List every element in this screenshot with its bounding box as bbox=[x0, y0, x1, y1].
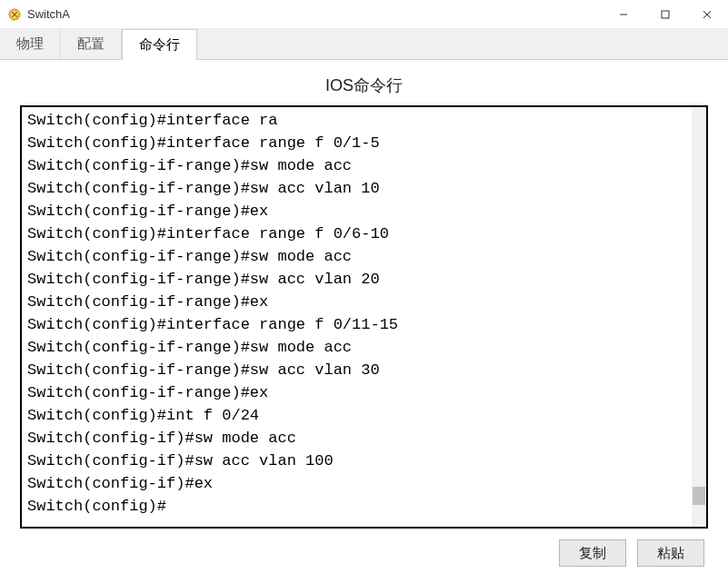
window-controls bbox=[603, 0, 728, 28]
tab-label: 命令行 bbox=[139, 36, 180, 54]
maximize-button[interactable] bbox=[644, 0, 686, 29]
tab-cli[interactable]: 命令行 bbox=[122, 29, 197, 60]
title-bar: SwitchA bbox=[0, 0, 728, 29]
button-label: 粘贴 bbox=[657, 545, 684, 562]
copy-button[interactable]: 复制 bbox=[559, 539, 626, 567]
paste-button[interactable]: 粘贴 bbox=[637, 539, 704, 567]
tab-label: 配置 bbox=[77, 35, 105, 53]
scrollbar-track[interactable] bbox=[692, 107, 706, 527]
section-title: IOS命令行 bbox=[20, 69, 708, 105]
tab-config[interactable]: 配置 bbox=[61, 29, 122, 59]
tab-strip: 物理 配置 命令行 bbox=[0, 29, 728, 60]
terminal-output[interactable]: Switch(config)#interface ra Switch(confi… bbox=[22, 107, 706, 527]
tab-physical[interactable]: 物理 bbox=[0, 29, 61, 59]
button-label: 复制 bbox=[579, 545, 606, 562]
terminal-container: Switch(config)#interface ra Switch(confi… bbox=[20, 105, 708, 529]
scrollbar-thumb[interactable] bbox=[693, 487, 705, 505]
window-title: SwitchA bbox=[27, 7, 70, 21]
tab-label: 物理 bbox=[16, 35, 44, 53]
minimize-button[interactable] bbox=[603, 0, 644, 29]
close-button[interactable] bbox=[686, 0, 728, 29]
app-icon bbox=[7, 7, 22, 22]
button-row: 复制 粘贴 bbox=[20, 539, 708, 567]
svg-rect-1 bbox=[662, 11, 669, 18]
content-area: IOS命令行 Switch(config)#interface ra Switc… bbox=[0, 60, 728, 583]
